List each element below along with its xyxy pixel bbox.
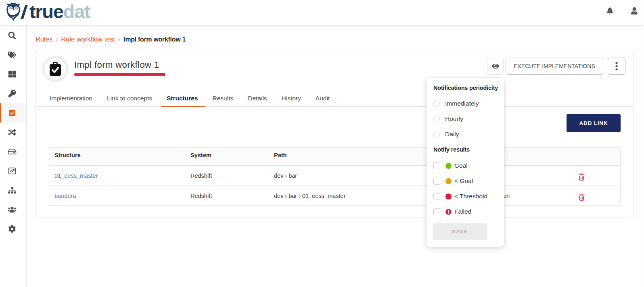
svg-text:dat: dat (63, 1, 91, 22)
svg-text:true: true (29, 1, 63, 22)
